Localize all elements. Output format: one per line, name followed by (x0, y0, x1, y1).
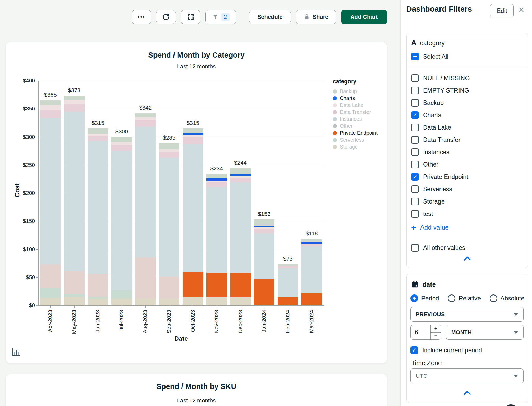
bar-segment-Other[interactable] (40, 264, 61, 288)
category-value-row-test[interactable]: test (411, 209, 470, 218)
radio-absolute[interactable] (490, 294, 497, 302)
add-value-button[interactable]: + Add value (411, 223, 449, 232)
category-value-checkbox[interactable] (411, 148, 419, 156)
bar-segment-Data Lake[interactable] (111, 142, 132, 145)
bar-segment-Serverless[interactable] (88, 297, 108, 299)
bar-segment-Backup[interactable] (254, 219, 274, 226)
bar-segment-Data Transfer[interactable] (206, 182, 227, 187)
category-value-checkbox[interactable] (411, 185, 419, 193)
bar-Aug-2023[interactable] (135, 113, 156, 305)
category-value-checkbox[interactable] (411, 99, 419, 107)
add-chart-button[interactable]: Add Chart (341, 10, 387, 24)
include-current-period-row[interactable]: Include current period (410, 346, 482, 354)
date-mode-absolute[interactable]: Absolute (490, 294, 524, 302)
bar-segment-Backup[interactable] (135, 113, 156, 117)
category-value-row-Serverless[interactable]: Serverless (411, 185, 470, 193)
bar-segment-Backup[interactable] (111, 137, 132, 143)
bar-segment-Charts[interactable] (206, 178, 227, 181)
legend-item-Private Endpoint[interactable]: Private Endpoint (333, 130, 387, 136)
bar-segment-Storage[interactable] (230, 297, 251, 305)
radio-period[interactable] (410, 294, 418, 302)
bar-segment-Charts[interactable] (230, 174, 251, 176)
category-value-row-Other[interactable]: Other (411, 160, 470, 169)
bar-segment-Data Lake[interactable] (40, 105, 61, 110)
bar-segment-Private Endpoint[interactable] (254, 279, 274, 305)
bar-segment-Backup[interactable] (40, 100, 61, 105)
operator-select[interactable]: PREVIOUS (410, 307, 524, 322)
bar-segment-Backup[interactable] (183, 128, 203, 133)
legend-item-Instances[interactable]: Instances (333, 116, 387, 123)
unit-select[interactable]: MONTH (446, 325, 524, 340)
bar-segment-Backup[interactable] (206, 174, 227, 178)
bar-Jun-2023[interactable] (88, 128, 108, 305)
all-other-values-checkbox[interactable] (411, 244, 419, 252)
bar-segment-Private Endpoint[interactable] (278, 297, 298, 305)
bar-segment-Serverless[interactable] (111, 290, 132, 299)
bar-segment-Data Lake[interactable] (301, 244, 322, 244)
category-value-checkbox[interactable] (411, 161, 419, 168)
bar-segment-Data Transfer[interactable] (135, 120, 156, 127)
bar-segment-Data Transfer[interactable] (88, 136, 108, 141)
category-value-checkbox[interactable] (411, 136, 419, 144)
category-value-row-Backup[interactable]: Backup (411, 98, 470, 107)
bar-segment-Data Lake[interactable] (230, 176, 251, 178)
category-value-checkbox[interactable] (411, 111, 419, 119)
bar-segment-Data Transfer[interactable] (183, 137, 203, 144)
bar-segment-Instances[interactable] (135, 127, 156, 257)
category-value-row-Charts[interactable]: Charts (411, 111, 470, 119)
collapse-category-filter[interactable] (407, 257, 528, 262)
bar-segment-Charts[interactable] (301, 242, 322, 243)
legend-item-Serverless[interactable]: Serverless (333, 136, 387, 143)
bar-segment-Private Endpoint[interactable] (183, 272, 203, 298)
bar-segment-Data Lake[interactable] (159, 149, 179, 152)
bar-Sep-2023[interactable] (159, 143, 179, 305)
date-mode-period[interactable]: Period (410, 294, 439, 302)
bar-segment-Data Lake[interactable] (88, 134, 108, 136)
bar-segment-Instances[interactable] (278, 268, 298, 297)
category-value-row-Data Transfer[interactable]: Data Transfer (411, 135, 470, 144)
more-options-button[interactable]: ••• (132, 10, 151, 24)
category-value-checkbox[interactable] (411, 74, 419, 82)
bar-segment-Private Endpoint[interactable] (301, 293, 322, 305)
bar-Apr-2023[interactable] (40, 100, 61, 305)
bar-segment-Storage[interactable] (88, 299, 108, 305)
increment-button[interactable]: + (431, 325, 441, 333)
bar-segment-Storage[interactable] (206, 297, 227, 305)
bar-segment-Instances[interactable] (40, 118, 61, 264)
schedule-button[interactable]: Schedule (249, 10, 291, 24)
decrement-button[interactable]: − (431, 333, 441, 340)
bar-segment-Charts[interactable] (183, 133, 203, 135)
bar-segment-Storage[interactable] (40, 298, 61, 305)
select-all-checkbox[interactable] (411, 53, 419, 60)
all-other-values-row[interactable]: All other values (411, 244, 465, 252)
category-value-row-Instances[interactable]: Instances (411, 148, 470, 156)
bar-segment-Data Lake[interactable] (64, 100, 85, 104)
share-button[interactable]: Share (296, 10, 336, 24)
bar-segment-Other[interactable] (159, 277, 179, 299)
bar-segment-Instances[interactable] (183, 144, 203, 272)
refresh-button[interactable] (156, 10, 176, 24)
amount-input[interactable] (411, 325, 430, 339)
bar-segment-Other[interactable] (135, 257, 156, 299)
bar-Jan-2024[interactable] (254, 219, 274, 305)
bar-segment-Storage[interactable] (135, 299, 156, 305)
bar-segment-Data Lake[interactable] (206, 181, 227, 182)
bar-segment-Backup[interactable] (230, 168, 251, 174)
category-value-checkbox[interactable] (411, 87, 419, 94)
category-value-checkbox[interactable] (411, 210, 419, 218)
bar-segment-Storage[interactable] (183, 297, 203, 305)
bar-segment-Storage[interactable] (159, 299, 179, 305)
date-mode-relative[interactable]: Relative (448, 294, 481, 302)
legend-item-Backup[interactable]: Backup (333, 88, 387, 95)
edit-filters-button[interactable]: Edit (490, 4, 514, 17)
category-value-checkbox[interactable] (411, 173, 419, 181)
bar-segment-Data Transfer[interactable] (64, 104, 85, 112)
collapse-date-filter[interactable] (407, 392, 528, 397)
close-icon[interactable]: ✕ (518, 6, 524, 14)
legend-item-Other[interactable]: Other (333, 123, 387, 130)
bar-segment-Data Transfer[interactable] (40, 110, 61, 118)
bar-segment-Backup[interactable] (159, 143, 179, 149)
bar-segment-Storage[interactable] (64, 297, 85, 305)
bar-segment-Instances[interactable] (254, 233, 274, 279)
category-value-row-Private Endpoint[interactable]: Private Endpoint (411, 172, 470, 181)
